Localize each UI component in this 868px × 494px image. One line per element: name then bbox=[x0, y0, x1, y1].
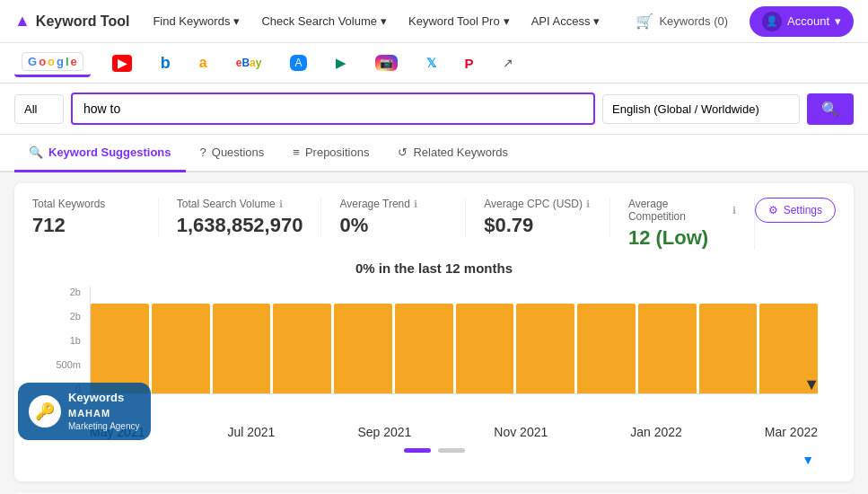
scroll-dot-1[interactable] bbox=[404, 448, 431, 453]
settings-button[interactable]: ⚙ Settings bbox=[755, 198, 836, 223]
avg-cpc-label: Average CPC (USD) bbox=[484, 198, 583, 210]
watermark: 🔑 Keywords MAHAM Marketing Agency bbox=[18, 383, 151, 440]
filter-select[interactable]: All bbox=[14, 94, 64, 124]
prepositions-icon: ≡ bbox=[293, 146, 300, 159]
cart-icon: 🛒 bbox=[636, 13, 653, 30]
chart-x-labels: May 2021 Jul 2021 Sep 2021 Nov 2021 Jan … bbox=[90, 421, 818, 443]
search-bar: All English (Global / Worldwide) 🔍 bbox=[0, 84, 868, 135]
chart-section: 0% in the last 12 months 2b 2b 1b 500m 0… bbox=[32, 250, 836, 467]
question-icon: ? bbox=[200, 146, 206, 159]
keywords-cart-button[interactable]: 🛒 Keywords (0) bbox=[625, 7, 739, 35]
chart-title: 0% in the last 12 months bbox=[50, 260, 818, 276]
platform-google[interactable]: Google bbox=[14, 49, 91, 77]
search-button[interactable]: 🔍 bbox=[807, 93, 854, 125]
logo-icon: ▲ bbox=[14, 12, 31, 31]
info-icon[interactable]: ℹ bbox=[279, 198, 283, 210]
chevron-down-icon: ▾ bbox=[233, 14, 240, 28]
total-search-volume-value: 1,638,852,970 bbox=[177, 214, 303, 237]
chart-bar[interactable] bbox=[334, 304, 392, 393]
avg-competition-label: Average Competition bbox=[628, 198, 729, 223]
avg-cpc-value: $0.79 bbox=[484, 214, 592, 237]
chart-bar[interactable] bbox=[273, 304, 331, 393]
chart-bar[interactable] bbox=[213, 304, 271, 393]
logo-text: Keyword Tool bbox=[36, 13, 130, 30]
stats-row: Total Keywords 712 Total Search Volume ℹ… bbox=[32, 198, 836, 250]
watermark-agency: Marketing Agency bbox=[68, 420, 140, 433]
navbar: ▲ Keyword Tool Find Keywords ▾ Check Sea… bbox=[0, 0, 868, 43]
chart-bar[interactable] bbox=[456, 304, 514, 393]
watermark-brand: Keywords bbox=[68, 390, 140, 406]
logo[interactable]: ▲ Keyword Tool bbox=[14, 12, 129, 31]
platform-pinterest[interactable]: P bbox=[458, 52, 481, 75]
info-icon[interactable]: ℹ bbox=[414, 198, 417, 210]
stat-avg-competition: Average Competition ℹ 12 (Low) bbox=[610, 198, 755, 250]
nav-api-access[interactable]: API Access ▾ bbox=[522, 9, 609, 33]
keywords-count-label: Keywords (0) bbox=[659, 14, 728, 28]
platform-youtube[interactable]: ▶ bbox=[105, 51, 139, 75]
nav-items: Find Keywords ▾ Check Search Volume ▾ Ke… bbox=[144, 9, 610, 33]
total-keywords-label: Total Keywords bbox=[32, 198, 105, 210]
stat-total-search-volume: Total Search Volume ℹ 1,638,852,970 bbox=[159, 198, 322, 237]
platform-bar: Google ▶ b a eBay A ▶ 📷 𝕏 P ↗ bbox=[0, 43, 868, 84]
chart-bar[interactable] bbox=[638, 304, 697, 393]
platform-instagram[interactable]: 📷 bbox=[368, 51, 405, 75]
chart-bar[interactable] bbox=[91, 304, 149, 393]
search-icon: 🔍 bbox=[821, 101, 839, 117]
platform-twitter[interactable]: 𝕏 bbox=[419, 52, 443, 74]
tabs-bar: 🔍 Keyword Suggestions ? Questions ≡ Prep… bbox=[0, 135, 868, 172]
chart-bar[interactable] bbox=[152, 304, 210, 393]
chart-y-labels: 2b 2b 1b 500m 0 bbox=[50, 287, 86, 394]
chevron-down-icon: ▾ bbox=[835, 14, 841, 28]
chart-bars-area bbox=[90, 287, 818, 394]
tab-questions[interactable]: ? Questions bbox=[186, 135, 279, 172]
nav-right: 🛒 Keywords (0) 👤 Account ▾ bbox=[625, 6, 854, 37]
total-keywords-value: 712 bbox=[32, 214, 140, 237]
chart-bar[interactable] bbox=[699, 304, 758, 393]
search-icon-small: 🔍 bbox=[29, 146, 43, 159]
tab-keyword-suggestions[interactable]: 🔍 Keyword Suggestions bbox=[14, 135, 186, 172]
language-select[interactable]: English (Global / Worldwide) bbox=[602, 94, 800, 124]
platform-appstore[interactable]: A bbox=[283, 51, 313, 75]
platform-more[interactable]: ↗ bbox=[495, 52, 521, 74]
chart-bar[interactable] bbox=[395, 304, 453, 393]
chevron-down-icon: ▾ bbox=[593, 14, 600, 28]
avg-trend-label: Average Trend bbox=[339, 198, 410, 210]
avg-trend-value: 0% bbox=[339, 214, 447, 237]
tab-related-keywords[interactable]: ↺ Related Keywords bbox=[383, 135, 522, 172]
account-label: Account bbox=[787, 14, 829, 28]
info-icon[interactable]: ℹ bbox=[586, 198, 590, 210]
nav-keyword-tool-pro[interactable]: Keyword Tool Pro ▾ bbox=[399, 9, 519, 33]
filter-select-wrap: All bbox=[14, 94, 64, 124]
stat-avg-trend: Average Trend ℹ 0% bbox=[321, 198, 466, 237]
platform-ebay[interactable]: eBay bbox=[229, 53, 269, 73]
tab-prepositions[interactable]: ≡ Prepositions bbox=[278, 135, 383, 172]
scroll-dot-2[interactable] bbox=[438, 448, 465, 453]
chart-bar[interactable] bbox=[516, 304, 574, 393]
total-search-volume-label: Total Search Volume bbox=[177, 198, 276, 210]
chevron-down-icon: ▾ bbox=[504, 14, 510, 28]
avatar: 👤 bbox=[762, 12, 782, 31]
chart-bar[interactable] bbox=[577, 304, 636, 393]
stat-total-keywords: Total Keywords 712 bbox=[32, 198, 159, 237]
platform-amazon[interactable]: a bbox=[192, 51, 215, 75]
nav-check-search-volume[interactable]: Check Search Volume ▾ bbox=[252, 9, 396, 33]
settings-label: Settings bbox=[784, 204, 822, 216]
platform-playstore[interactable]: ▶ bbox=[329, 51, 354, 75]
search-input[interactable] bbox=[71, 93, 595, 125]
watermark-maham: MAHAM bbox=[68, 407, 140, 420]
related-icon: ↺ bbox=[398, 146, 408, 159]
chevron-down-icon: ▾ bbox=[381, 14, 387, 28]
nav-find-keywords[interactable]: Find Keywords ▾ bbox=[144, 9, 249, 33]
platform-bing[interactable]: b bbox=[153, 50, 178, 76]
chart-next-arrow[interactable]: ▼ bbox=[803, 375, 820, 394]
stat-avg-cpc: Average CPC (USD) ℹ $0.79 bbox=[466, 198, 610, 237]
watermark-logo: 🔑 bbox=[29, 395, 61, 428]
chart-wrap: 2b 2b 1b 500m 0 ▼ bbox=[50, 287, 818, 421]
watermark-text: Keywords MAHAM Marketing Agency bbox=[68, 390, 140, 433]
account-button[interactable]: 👤 Account ▾ bbox=[750, 6, 854, 37]
scroll-down-arrow[interactable]: ▼ bbox=[50, 453, 814, 467]
avg-competition-value: 12 (Low) bbox=[628, 226, 736, 250]
info-icon[interactable]: ℹ bbox=[732, 205, 736, 216]
gear-icon: ⚙ bbox=[768, 204, 778, 216]
